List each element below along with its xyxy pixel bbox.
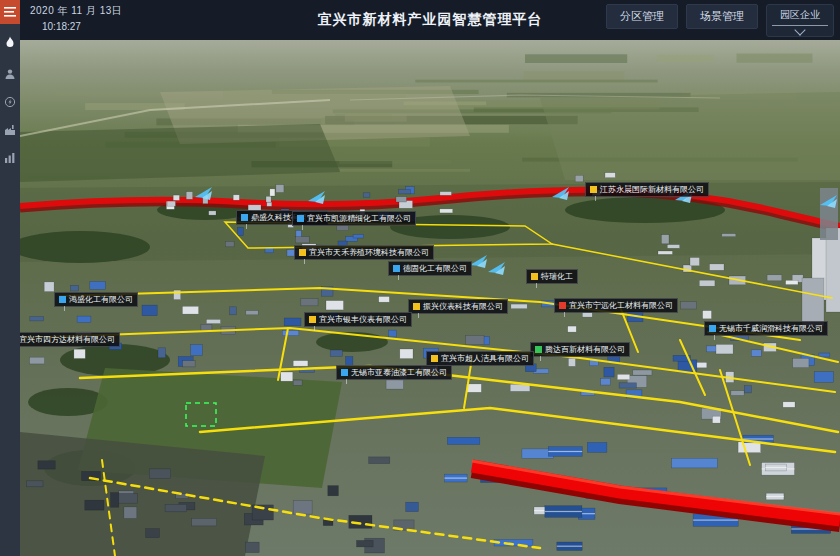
button-label: 场景管理 [700, 10, 744, 22]
company-label[interactable]: 振兴仪表科技有限公司 [408, 299, 508, 314]
management-button[interactable]: 场景管理 [686, 4, 758, 29]
header-actions: 分区管理 场景管理 园区企业 [606, 4, 834, 37]
company-label[interactable]: 江苏永晨国际新材料有限公司 [585, 182, 709, 197]
company-label[interactable]: 宜兴市凯源精细化工有限公司 [292, 211, 416, 226]
company-name: 宜兴市凯源精细化工有限公司 [307, 213, 411, 225]
hamburger-icon [4, 7, 16, 17]
datetime-block: 2020 年 11 月 13日 10:18:27 [30, 4, 122, 32]
flame-icon [4, 36, 16, 48]
personnel-tool[interactable] [0, 64, 20, 84]
menu-button[interactable] [0, 0, 20, 24]
company-label[interactable]: 宜兴市天禾养殖环境科技有限公司 [294, 245, 434, 260]
user-icon [4, 68, 16, 80]
company-type-icon [297, 215, 304, 222]
company-name: 鸿盛化工有限公司 [69, 294, 133, 306]
company-label[interactable]: 鸿盛化工有限公司 [54, 292, 138, 307]
company-type-icon [431, 355, 438, 362]
bar-chart-icon [4, 152, 16, 164]
company-type-icon [559, 302, 566, 309]
map-3d-art[interactable] [20, 40, 840, 556]
blue-factory-marker[interactable] [820, 194, 838, 207]
company-name: 宜兴市超人洁具有限公司 [441, 353, 529, 365]
company-name: 宜兴市天禾养殖环境科技有限公司 [309, 247, 429, 259]
company-label[interactable]: 宜兴市宁远化工材料有限公司 [554, 298, 678, 313]
company-label[interactable]: 特瑞化工 [526, 269, 578, 284]
cyan-model-icon [488, 262, 506, 275]
company-type-icon [241, 214, 248, 221]
company-type-icon [413, 303, 420, 310]
company-name: 无锡市千威润滑科技有限公司 [719, 323, 823, 335]
blue-factory-marker[interactable] [488, 261, 506, 274]
company-label[interactable]: 腾达百新材料有限公司 [530, 342, 630, 357]
company-type-icon [393, 265, 400, 272]
top-bar: 2020 年 11 月 13日 10:18:27 宜兴市新材料产业园智慧管理平台… [20, 0, 840, 40]
company-type-icon [590, 186, 597, 193]
cyan-model-icon [552, 187, 570, 200]
left-toolbar [0, 0, 20, 556]
company-label[interactable]: 德固化工有限公司 [388, 261, 472, 276]
company-name: 腾达百新材料有限公司 [545, 344, 625, 356]
company-name: 特瑞化工 [541, 271, 573, 283]
cyan-model-icon [470, 255, 488, 268]
park-enterprise-dropdown[interactable]: 园区企业 [766, 4, 834, 37]
blue-factory-marker[interactable] [195, 186, 213, 199]
management-buttons: 分区管理 场景管理 [606, 4, 758, 29]
dropdown-label: 园区企业 [780, 8, 820, 22]
company-type-icon [341, 369, 348, 376]
company-label[interactable]: 宜兴市超人洁具有限公司 [426, 351, 534, 366]
enterprise-tool[interactable] [0, 120, 20, 140]
company-type-icon [59, 296, 66, 303]
button-label: 分区管理 [620, 10, 664, 22]
cyan-model-icon [195, 187, 213, 200]
company-label[interactable]: 无锡市亚泰油漆工有限公司 [336, 365, 452, 380]
energy-tool[interactable] [0, 92, 20, 112]
fire-monitor-tool[interactable] [0, 32, 20, 52]
company-name: 宜兴市宁远化工材料有限公司 [569, 300, 673, 312]
map-3d-viewport[interactable]: 江苏永晨国际新材料有限公司 鼎盛久科技有限公司 宜兴市凯源精细化工有限公司 宜兴… [20, 40, 840, 556]
company-name: 无锡市亚泰油漆工有限公司 [351, 367, 447, 379]
cyan-model-icon [820, 195, 838, 208]
company-label[interactable]: 无锡市千威润滑科技有限公司 [704, 321, 828, 336]
company-type-icon [531, 273, 538, 280]
company-type-icon [709, 325, 716, 332]
statistics-tool[interactable] [0, 148, 20, 168]
power-icon [4, 96, 16, 108]
company-type-icon [309, 316, 316, 323]
management-button[interactable]: 分区管理 [606, 4, 678, 29]
company-label[interactable]: 宜兴市四方达材料有限公司 [20, 332, 120, 347]
company-name: 江苏永晨国际新材料有限公司 [600, 184, 704, 196]
company-type-icon [299, 249, 306, 256]
date-label: 2020 年 11 月 13日 [30, 4, 122, 18]
factory-icon [4, 124, 16, 136]
blue-factory-marker[interactable] [552, 186, 570, 199]
company-label[interactable]: 宜兴市银丰仪表有限公司 [304, 312, 412, 327]
company-name: 宜兴市四方达材料有限公司 [20, 334, 115, 346]
blue-factory-marker[interactable] [308, 190, 326, 203]
company-name: 宜兴市银丰仪表有限公司 [319, 314, 407, 326]
company-name: 德固化工有限公司 [403, 263, 467, 275]
cyan-model-icon [308, 191, 326, 204]
chevron-down-icon [794, 24, 805, 35]
blue-factory-marker[interactable] [470, 254, 488, 267]
company-type-icon [535, 346, 542, 353]
company-name: 振兴仪表科技有限公司 [423, 301, 503, 313]
time-label: 10:18:27 [42, 21, 122, 32]
